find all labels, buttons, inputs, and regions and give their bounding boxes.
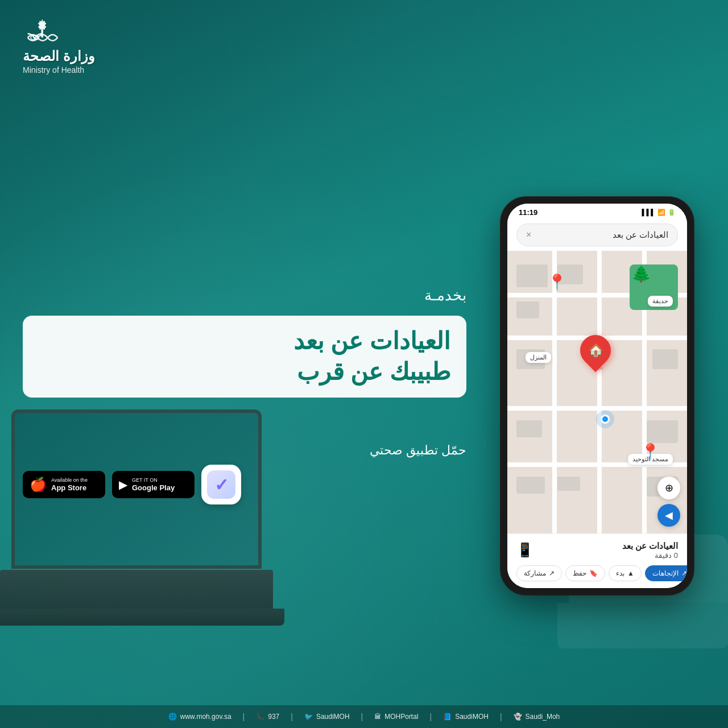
main-body: بخدمـة العيادات عن بعد طبيبك عن قرب حمّل… xyxy=(0,86,728,705)
phone-mockup: 11:19 ▌▌▌ 📶 🔋 × العيادات عن بعد xyxy=(500,197,694,595)
location-marker-red: 🏠 xyxy=(580,335,614,378)
google-play-text: GET IT ON Google Play xyxy=(132,477,175,492)
google-play-button[interactable]: ▶ GET IT ON Google Play xyxy=(112,471,195,498)
phone-icon: 📞 xyxy=(256,713,264,721)
portal-text: MOHPortal xyxy=(384,713,418,721)
logo-english-name: Ministry of Health xyxy=(23,65,84,75)
search-close-icon[interactable]: × xyxy=(526,230,531,240)
download-section: حمّل تطبيق صحتي 🍎 Available on the App S… xyxy=(23,443,466,504)
app-logo-badge: ✓ xyxy=(201,465,241,504)
directions-button[interactable]: ↗ الإتجاهات xyxy=(645,565,687,581)
block9 xyxy=(557,477,580,491)
compass-button[interactable]: ⊕ xyxy=(657,477,680,499)
app-store-button[interactable]: 🍎 Available on the App Store xyxy=(23,471,105,498)
footer-divider-1: | xyxy=(243,712,245,721)
start-button[interactable]: ▲ بدء xyxy=(609,565,642,581)
phone-device-icon: 📱 xyxy=(516,542,533,558)
phone-inner: 11:19 ▌▌▌ 📶 🔋 × العيادات عن بعد xyxy=(507,204,687,588)
park-label: حديقة xyxy=(648,296,673,307)
facebook-icon: 📘 xyxy=(443,713,452,721)
navigation-icon: ◀ xyxy=(665,509,673,522)
moh-logo-emblem xyxy=(23,17,63,48)
footer-snapchat: 👻 Saudi_Moh xyxy=(514,713,560,721)
footer-twitter: 🐦 SaudiMOH xyxy=(304,713,350,721)
user-location-dot xyxy=(601,415,610,424)
right-section: 11:19 ▌▌▌ 📶 🔋 × العيادات عن بعد xyxy=(489,197,705,595)
bookmark-icon: 🔖 xyxy=(589,569,598,577)
google-play-small-text: GET IT ON xyxy=(132,477,175,483)
google-play-icon: ▶ xyxy=(119,478,127,491)
start-label: بدء xyxy=(616,569,624,577)
home-marker-icon: 🏠 xyxy=(588,343,603,358)
tagline-box: العيادات عن بعد طبيبك عن قرب xyxy=(23,316,466,398)
share-button[interactable]: ↗ مشاركة xyxy=(516,565,562,581)
save-label: حفظ xyxy=(573,569,586,577)
block8 xyxy=(516,477,545,494)
phone-map: 📍 🌲 حديقة المنزل مسجد التوحيد 📍 xyxy=(507,251,687,533)
header: وزارة الصحة Ministry of Health xyxy=(0,0,728,86)
footer-divider-2: | xyxy=(291,712,293,721)
directions-label: الإتجاهات xyxy=(652,569,679,577)
compass-icon: ⊕ xyxy=(665,482,673,494)
bottom-time-text: 0 دقيقة xyxy=(622,551,678,560)
battery-icon: 🔋 xyxy=(668,209,676,216)
status-time: 11:19 xyxy=(519,208,537,217)
app-store-large-text: App Store xyxy=(51,483,88,493)
phone-search-area: × العيادات عن بعد xyxy=(507,219,687,251)
block7 xyxy=(652,349,678,369)
app-logo-inner: ✓ xyxy=(207,470,235,499)
footer-portal: 🏛 MOHPortal xyxy=(374,713,418,721)
map-pin-education: 📍 xyxy=(547,273,567,292)
logo-arabic-name: وزارة الصحة xyxy=(23,48,95,64)
road-v2 xyxy=(597,251,602,533)
app-store-text: Available on the App Store xyxy=(51,477,88,492)
navigation-button[interactable]: ◀ xyxy=(657,504,680,527)
footer-phone: 📞 937 xyxy=(256,713,279,721)
search-text: العيادات عن بعد xyxy=(613,230,668,240)
signal-icon: ▌▌▌ xyxy=(642,209,655,216)
google-play-large-text: Google Play xyxy=(132,483,175,493)
block5 xyxy=(516,420,542,437)
tagline-prefix: بخدمـة xyxy=(23,287,466,304)
tagline-line1: العيادات عن بعد xyxy=(293,327,450,355)
footer-facebook: 📘 SaudiMOH xyxy=(443,713,489,721)
apple-icon: 🍎 xyxy=(30,477,47,493)
block3 xyxy=(516,301,539,318)
save-button[interactable]: 🔖 حفظ xyxy=(565,565,605,581)
footer-divider-5: | xyxy=(500,712,502,721)
app-buttons-row: 🍎 Available on the App Store ▶ GET IT ON… xyxy=(23,465,466,504)
portal-icon: 🏛 xyxy=(374,713,381,721)
status-icons: ▌▌▌ 📶 🔋 xyxy=(642,209,676,216)
left-section: بخدمـة العيادات عن بعد طبيبك عن قرب حمّل… xyxy=(23,287,466,505)
phone-status-bar: 11:19 ▌▌▌ 📶 🔋 xyxy=(507,204,687,219)
share-icon: ↗ xyxy=(549,569,555,577)
globe-icon: 🌐 xyxy=(168,713,177,721)
phone-bottom-panel: 📱 العيادات عن بعد 0 دقيقة ↗ الإتجاهات xyxy=(507,533,687,588)
phone-text: 937 xyxy=(268,713,279,721)
facebook-text: SaudiMOH xyxy=(455,713,489,721)
search-bar[interactable]: × العيادات عن بعد xyxy=(516,224,678,246)
twitter-icon: 🐦 xyxy=(304,713,313,721)
block1 xyxy=(516,264,548,287)
main-content: وزارة الصحة Ministry of Health بخدمـة ال… xyxy=(0,0,728,728)
app-store-small-text: Available on the xyxy=(51,477,88,483)
bottom-info: 📱 العيادات عن بعد 0 دقيقة xyxy=(516,541,678,560)
footer-divider-4: | xyxy=(430,712,432,721)
bottom-actions: ↗ الإتجاهات ▲ بدء 🔖 حفظ xyxy=(516,565,678,581)
logo-area: وزارة الصحة Ministry of Health xyxy=(23,17,95,75)
footer: 🌐 www.moh.gov.sa | 📞 937 | 🐦 SaudiMOH | … xyxy=(0,705,728,728)
bottom-info-text: العيادات عن بعد 0 دقيقة xyxy=(622,541,678,560)
footer-divider-3: | xyxy=(361,712,363,721)
footer-website: 🌐 www.moh.gov.sa xyxy=(168,713,231,721)
bottom-service-title: العيادات عن بعد xyxy=(622,541,678,551)
tagline-line2: طبيبك عن قرب xyxy=(297,358,450,386)
wifi-icon: 📶 xyxy=(657,209,665,216)
download-title: حمّل تطبيق صحتي xyxy=(23,443,466,458)
home-label: المنزل xyxy=(526,352,551,363)
directions-icon: ↗ xyxy=(681,569,687,577)
website-text: www.moh.gov.sa xyxy=(180,713,231,721)
marker-circle: 🏠 xyxy=(574,329,617,372)
snapchat-text: Saudi_Moh xyxy=(526,713,560,721)
block6 xyxy=(647,420,678,443)
map-pin-park: 🌲 xyxy=(631,264,651,283)
